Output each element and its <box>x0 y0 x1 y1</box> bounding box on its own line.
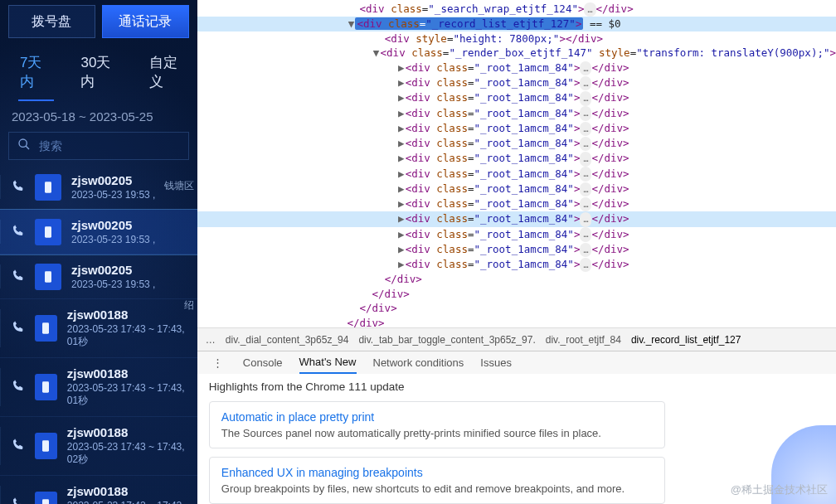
call-meta: 2023-05-23 17:43 ~ 17:43, 01秒 <box>67 323 186 349</box>
card-body: Group breakpoints by files, new shortcut… <box>221 482 653 495</box>
dom-node-line[interactable]: ▶<div class="_root_1amcm_84">…</div> <box>197 167 836 182</box>
phone-icon <box>12 224 25 240</box>
row-text: zjsw001882023-05-23 17:43 ~ 17:43, 01秒 <box>67 366 186 408</box>
card-title: Enhanced UX in managing breakpoints <box>221 466 653 479</box>
subtab-7days[interactable]: 7天内 <box>18 50 54 101</box>
svg-rect-4 <box>45 271 51 282</box>
dom-node-line[interactable]: ▶<div class="_root_1amcm_84">…</div> <box>197 242 836 257</box>
crumb-2[interactable]: div._tab_bar_toggle_content_3p65z_97. <box>358 334 535 346</box>
svg-point-0 <box>19 139 27 147</box>
call-name: zjsw00205 <box>71 218 155 232</box>
whats-new-panel: Highlights from the Chrome 111 update Au… <box>197 374 836 504</box>
row-text: zjsw001882023-05-23 17:43 ~ 17:43, 02秒 <box>67 425 186 467</box>
call-name: zjsw00188 <box>67 425 186 439</box>
list-item[interactable]: zjsw001882023-05-23 17:43 ~ 17:43, 01秒 <box>0 358 197 417</box>
list-item[interactable]: zjsw002052023-05-23 19:53 , <box>0 210 197 254</box>
dom-node-line[interactable]: ▶<div class="_root_1amcm_84">…</div> <box>197 182 836 196</box>
main-tabbar: 拨号盘 通话记录 <box>0 0 197 38</box>
dom-node-line[interactable]: ▼<div class="_record_list_etjtf_127"> ==… <box>197 17 836 32</box>
date-range-label: 2023-05-18 ~ 2023-05-25 <box>0 101 197 127</box>
svg-rect-3 <box>45 226 51 237</box>
dom-node-line[interactable]: </div> <box>197 287 836 302</box>
drawer-menu-icon[interactable]: ⋮ <box>209 356 226 369</box>
call-meta: 2023-05-23 17:42 ~ 17:42, 05秒 <box>67 500 186 504</box>
crumb-selected[interactable]: div._record_list_etjtf_127 <box>631 334 741 346</box>
list-item[interactable]: zjsw001882023-05-23 17:43 ~ 17:43, 01秒 <box>0 299 197 358</box>
search-input[interactable] <box>39 139 184 153</box>
dom-node-line[interactable]: ▶<div class="_root_1amcm_84">…</div> <box>197 211 836 226</box>
call-meta: 2023-05-23 19:53 , <box>71 279 155 290</box>
drawer-tab-whatsnew[interactable]: What's New <box>299 351 357 374</box>
row-text: zjsw002052023-05-23 19:53 , <box>71 173 155 201</box>
phone-icon <box>12 438 25 454</box>
devtools-panel: <div class="_search_wrap_etjtf_124">…</d… <box>197 0 836 504</box>
card-title: Automatic in place pretty print <box>221 410 653 424</box>
dom-node-line[interactable]: ▶<div class="_root_1amcm_84">…</div> <box>197 136 836 151</box>
list-item[interactable]: zjsw002052023-05-23 19:53 , <box>0 254 197 299</box>
dom-node-line[interactable]: ▶<div class="_root_1amcm_84">…</div> <box>197 75 836 90</box>
svg-line-1 <box>26 146 29 149</box>
drawer-tab-console[interactable]: Console <box>243 351 283 374</box>
svg-rect-8 <box>42 499 49 504</box>
svg-rect-5 <box>42 322 49 333</box>
list-item[interactable]: zjsw001882023-05-23 17:43 ~ 17:43, 02秒 <box>0 417 197 476</box>
dom-node-line[interactable]: </div> <box>197 272 836 287</box>
tab-call-log[interactable]: 通话记录 <box>102 5 189 38</box>
svg-rect-7 <box>42 440 49 451</box>
dom-node-line[interactable]: </div> <box>197 316 836 327</box>
dom-node-line[interactable]: ▶<div class="_root_1amcm_84">…</div> <box>197 257 836 272</box>
list-item[interactable]: zjsw001882023-05-23 17:42 ~ 17:42, 05秒 <box>0 476 197 504</box>
elements-tree[interactable]: <div class="_search_wrap_etjtf_124">…</d… <box>197 0 836 327</box>
phone-icon <box>12 379 25 395</box>
whats-new-card[interactable]: Automatic in place pretty print The Sour… <box>209 401 665 448</box>
device-icon <box>35 315 57 342</box>
call-app-panel: 拨号盘 通话记录 7天内 30天内 自定义 2023-05-18 ~ 2023-… <box>0 0 197 504</box>
search-box[interactable] <box>8 132 189 160</box>
crumb-3[interactable]: div._root_etjtf_84 <box>546 334 621 346</box>
svg-rect-6 <box>42 381 49 392</box>
call-list[interactable]: zjsw002052023-05-23 19:53 ,zjsw002052023… <box>0 165 197 504</box>
row-text: zjsw001882023-05-23 17:42 ~ 17:42, 05秒 <box>67 484 186 504</box>
device-icon <box>35 174 61 201</box>
dom-node-line[interactable]: <div style="height: 7800px;"></div> <box>197 32 836 46</box>
map-label-2: 绍 <box>184 298 194 313</box>
row-text: zjsw002052023-05-23 19:53 , <box>71 218 155 245</box>
dom-node-line[interactable]: ▶<div class="_root_1amcm_84">…</div> <box>197 151 836 166</box>
phone-icon <box>12 320 25 337</box>
search-icon <box>17 138 31 154</box>
drawer-tabs: ⋮ Console What's New Network conditions … <box>197 351 836 374</box>
tab-dialpad[interactable]: 拨号盘 <box>8 5 95 38</box>
whats-new-headline: Highlights from the Chrome 111 update <box>209 380 824 393</box>
dom-node-line[interactable]: ▶<div class="_root_1amcm_84">…</div> <box>197 196 836 211</box>
dom-node-line[interactable]: ▶<div class="_root_1amcm_84">…</div> <box>197 61 836 75</box>
drawer-tab-issues[interactable]: Issues <box>480 351 512 374</box>
watermark: @稀土掘金技术社区 <box>731 482 828 497</box>
row-text: zjsw001882023-05-23 17:43 ~ 17:43, 01秒 <box>67 308 186 349</box>
subtab-custom[interactable]: 自定义 <box>148 50 189 101</box>
call-meta: 2023-05-23 19:53 , <box>71 189 155 201</box>
dom-node-line[interactable]: <div class="_search_wrap_etjtf_124">…</d… <box>197 2 836 17</box>
whats-new-card[interactable]: Enhanced UX in managing breakpoints Grou… <box>209 457 665 504</box>
dom-node-line[interactable]: </div> <box>197 301 836 316</box>
card-body: The Sources panel now automatically pret… <box>221 427 653 439</box>
subtab-30days[interactable]: 30天内 <box>79 50 122 101</box>
device-icon <box>35 433 57 459</box>
drawer-tab-network[interactable]: Network conditions <box>373 351 464 374</box>
dom-node-line[interactable]: ▶<div class="_root_1amcm_84">…</div> <box>197 227 836 242</box>
crumb-ellipsis[interactable]: … <box>206 334 216 346</box>
phone-icon <box>12 269 25 285</box>
dom-node-line[interactable]: ▶<div class="_root_1amcm_84">…</div> <box>197 121 836 136</box>
crumb-1[interactable]: div._dial_content_3p65z_94 <box>226 334 349 346</box>
call-name: zjsw00188 <box>67 366 186 380</box>
dom-node-line[interactable]: ▶<div class="_root_1amcm_84">…</div> <box>197 90 836 105</box>
call-name: zjsw00205 <box>71 173 155 187</box>
phone-icon <box>12 497 25 504</box>
range-subtabs: 7天内 30天内 自定义 <box>0 38 197 101</box>
call-name: zjsw00188 <box>67 484 186 498</box>
device-icon <box>35 374 57 400</box>
call-meta: 2023-05-23 17:43 ~ 17:43, 02秒 <box>67 441 186 467</box>
call-meta: 2023-05-23 19:53 , <box>71 234 155 245</box>
dom-node-line[interactable]: ▼<div class="_render_box_etjtf_147" styl… <box>197 46 836 61</box>
map-label-1: 钱塘区 <box>164 179 194 193</box>
dom-node-line[interactable]: ▶<div class="_root_1amcm_84">…</div> <box>197 106 836 121</box>
